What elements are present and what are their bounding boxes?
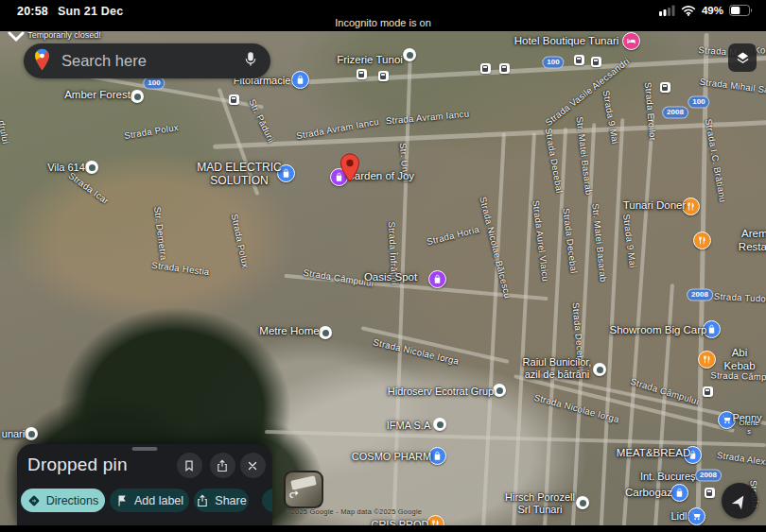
- restaurant-icon[interactable]: [698, 351, 716, 369]
- battery-icon: [729, 5, 753, 16]
- poi-label[interactable]: MAD ELECTRIC SOLUTION: [197, 161, 281, 187]
- poi-label[interactable]: Vila 614: [47, 162, 85, 174]
- route-badge: 100: [688, 96, 709, 109]
- poi-label: Int. București: [640, 471, 701, 483]
- map-attribution: ©2025 Google - Map data ©2025 Google: [286, 507, 422, 516]
- dot-pin-icon[interactable]: [131, 90, 144, 103]
- street-label: Str. Matei Basarab: [590, 203, 609, 283]
- poi-label[interactable]: IFMA S.A: [387, 420, 430, 432]
- bus-stop-icon[interactable]: [703, 386, 713, 397]
- chevron-down-icon: [8, 31, 25, 46]
- dot-pin-icon[interactable]: [403, 48, 416, 61]
- poi-label[interactable]: Aremo Restaur: [739, 228, 766, 253]
- tablet-screen: 20:58 Sun 21 Dec Incognito mode is on 49…: [0, 0, 766, 532]
- dot-pin-icon[interactable]: [593, 363, 606, 376]
- poi-label[interactable]: Abi Kebab: [723, 347, 755, 372]
- route-badge: 2008: [695, 470, 722, 482]
- reposition-arrow-icon: [288, 487, 300, 504]
- poi-label[interactable]: COSMO PHARM: [352, 451, 431, 463]
- ios-share-icon: [196, 494, 209, 507]
- route-badge: 100: [143, 77, 165, 90]
- poi-label[interactable]: Carbogaz: [625, 487, 672, 500]
- dot-pin-icon[interactable]: [433, 418, 446, 431]
- directions-icon: [27, 494, 41, 507]
- street-label: Strada I.C. Brătianu: [704, 118, 728, 203]
- dot-pin-icon[interactable]: [493, 384, 506, 397]
- pill-label: Add label: [134, 494, 183, 507]
- close-button[interactable]: [240, 453, 266, 478]
- poi-label[interactable]: Raiul Bunicilor, azil de bătrâni: [523, 356, 592, 381]
- poi-label[interactable]: Showroom Big Carp: [610, 324, 707, 337]
- poi-label[interactable]: Tunari Doner: [623, 199, 687, 213]
- street-label: Strada Decebal: [544, 128, 566, 195]
- drag-handle[interactable]: [132, 447, 158, 451]
- street-label: Strada Aurel Vlaicu: [531, 199, 550, 282]
- street-label: Strada Nicolae Bălcescu: [478, 196, 513, 300]
- cellular-signal-icon: [659, 5, 675, 16]
- share-pill[interactable]: Share: [194, 489, 249, 512]
- layers-button[interactable]: [728, 43, 757, 72]
- shopping-bag-icon[interactable]: [291, 71, 309, 89]
- bus-stop-icon[interactable]: [499, 63, 510, 74]
- street-label: Str. Matei Basarab: [574, 116, 594, 196]
- street-label: Strada Hestia: [151, 260, 210, 277]
- street-label: Strada 9 Mai: [601, 90, 621, 146]
- poi-label[interactable]: CRIS PROD: [371, 519, 428, 525]
- directions-pill[interactable]: Directions: [21, 489, 105, 512]
- dot-pin-icon[interactable]: [85, 161, 98, 174]
- poi-label: Oferte s: [740, 420, 759, 437]
- save-button[interactable]: [177, 453, 202, 478]
- bus-stop-icon[interactable]: [574, 55, 584, 65]
- poi-label[interactable]: Hirsch Porozell Srl Tunari: [505, 491, 575, 516]
- bus-stop-icon[interactable]: [357, 69, 367, 79]
- hotel-icon[interactable]: [622, 32, 640, 50]
- restaurant-icon[interactable]: [693, 232, 711, 249]
- poi-label[interactable]: unari: [2, 428, 25, 440]
- more-pill[interactable]: [262, 489, 272, 512]
- dot-pin-icon[interactable]: [576, 496, 589, 509]
- street-label: Strada 9 Mai: [621, 214, 638, 268]
- street-label: Str. Demetra: [152, 206, 169, 261]
- google-maps-logo-icon: [34, 48, 50, 75]
- search-bar[interactable]: Search here: [24, 43, 270, 78]
- share-button[interactable]: [210, 453, 235, 478]
- add-label-pill[interactable]: Add label: [110, 489, 189, 512]
- poi-label[interactable]: Oasis Spot: [364, 271, 417, 284]
- bus-stop-icon[interactable]: [705, 488, 715, 498]
- street-label: Strada Decebal: [561, 208, 579, 275]
- dropped-pin-marker[interactable]: [339, 153, 360, 186]
- bus-stop-icon[interactable]: [591, 57, 601, 67]
- minimap-thumbnail[interactable]: [284, 471, 323, 508]
- street-label: drului: [0, 120, 11, 146]
- route-badge: 100: [542, 57, 564, 69]
- bus-stop-icon[interactable]: [229, 94, 239, 105]
- bus-stop-icon[interactable]: [660, 82, 670, 93]
- purple-bag-icon[interactable]: [428, 270, 446, 288]
- panel-actions: DirectionsAdd labelShare: [17, 489, 272, 512]
- clock: 20:58: [17, 5, 48, 18]
- street-label: Strada Tudor V: [714, 291, 766, 305]
- poi-label: Temporarily closed!: [27, 31, 101, 40]
- bus-stop-icon[interactable]: [480, 63, 491, 74]
- poi-label[interactable]: Metre Home: [259, 325, 319, 338]
- street-label: Strada Nicolae Iorga: [373, 336, 461, 367]
- poi-label[interactable]: MEAT&BREAD: [617, 447, 690, 460]
- bus-stop-icon[interactable]: [378, 71, 389, 81]
- cart-icon[interactable]: [688, 507, 705, 525]
- poi-label[interactable]: Amber Forest: [64, 89, 131, 102]
- poi-label[interactable]: Frizerie Tunoi: [337, 54, 403, 67]
- wifi-icon: [681, 5, 696, 16]
- poi-label[interactable]: Hotel Boutique Tunari: [514, 35, 619, 48]
- status-right: 49%: [659, 5, 753, 16]
- poi-label[interactable]: Hidroserv Ecotrat Grup: [388, 386, 494, 398]
- route-badge: 2008: [662, 107, 688, 119]
- poi-label[interactable]: Lidl: [670, 510, 687, 523]
- microphone-icon[interactable]: [242, 50, 259, 73]
- incognito-banner: Incognito mode is on: [335, 17, 431, 28]
- dot-pin-icon[interactable]: [319, 326, 332, 339]
- dot-pin-icon[interactable]: [25, 427, 38, 440]
- navigation-fab[interactable]: [722, 483, 757, 519]
- pill-label: Share: [215, 494, 246, 507]
- search-input[interactable]: Search here: [61, 52, 242, 70]
- shopping-bag-icon[interactable]: [670, 484, 688, 502]
